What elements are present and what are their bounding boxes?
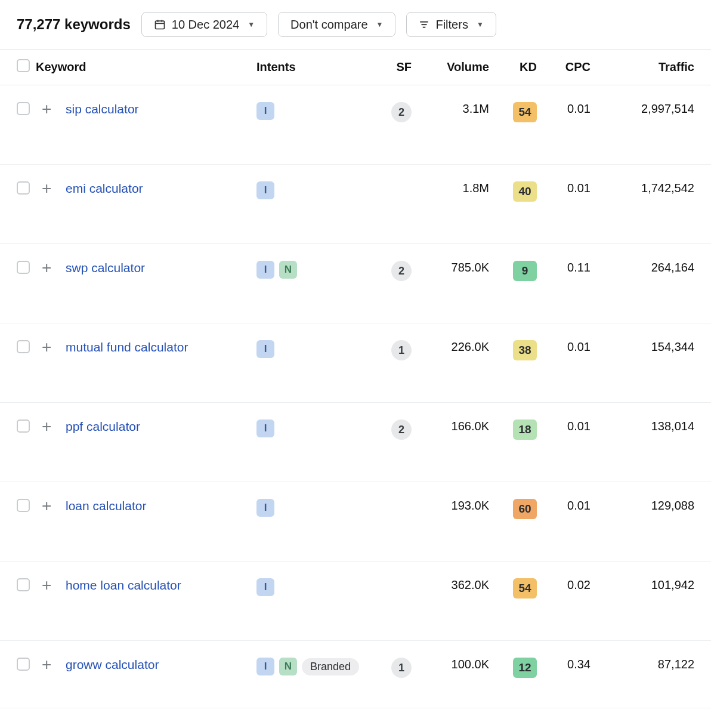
svg-rect-4 xyxy=(421,21,429,23)
row-checkbox[interactable] xyxy=(17,578,30,591)
table-row: +mutual fund calculatorI1226.0K380.01154… xyxy=(0,323,711,403)
kd-badge: 38 xyxy=(513,340,537,360)
keyword-count-title: 77,277 keywords xyxy=(17,16,131,33)
row-checkbox[interactable] xyxy=(17,340,30,353)
col-keyword[interactable]: Keyword xyxy=(36,50,251,85)
table-row: +sip calculatorI23.1M540.012,997,514 xyxy=(0,85,711,165)
table-row: +emi calculatorI1.8M400.011,742,542 xyxy=(0,165,711,244)
expand-icon[interactable]: + xyxy=(42,660,51,670)
volume-cell: 226.0K xyxy=(418,323,495,403)
col-cpc[interactable]: CPC xyxy=(543,50,596,85)
table-header-row: Keyword Intents SF Volume KD CPC Traffic xyxy=(0,50,711,85)
cpc-cell: 0.01 xyxy=(543,482,596,562)
table-row: +loan calculatorI193.0K600.01129,088 xyxy=(0,482,711,562)
keyword-link[interactable]: ppf calculator xyxy=(66,419,140,433)
kd-badge: 54 xyxy=(513,102,537,122)
kd-badge: 18 xyxy=(513,419,537,440)
cpc-cell: 0.01 xyxy=(543,165,596,244)
chevron-down-icon: ▼ xyxy=(248,21,255,28)
expand-icon[interactable]: + xyxy=(42,422,51,432)
col-volume[interactable]: Volume xyxy=(418,50,495,85)
traffic-cell: 154,344 xyxy=(596,323,711,403)
row-checkbox[interactable] xyxy=(17,658,30,671)
traffic-cell: 138,014 xyxy=(596,403,711,482)
toolbar: 77,277 keywords 10 Dec 2024 ▼ Don't comp… xyxy=(0,0,711,49)
expand-icon[interactable]: + xyxy=(42,104,51,115)
intent-badges: I xyxy=(256,102,370,120)
sf-badge: 2 xyxy=(391,102,412,122)
row-checkbox[interactable] xyxy=(17,499,30,512)
filter-icon xyxy=(419,19,429,30)
intent-badges: IN xyxy=(256,261,370,279)
svg-rect-6 xyxy=(423,27,426,28)
col-kd[interactable]: KD xyxy=(495,50,543,85)
intent-badge: N xyxy=(279,658,297,675)
table-row: +ppf calculatorI2166.0K180.01138,014 xyxy=(0,403,711,482)
intent-badges: I xyxy=(256,340,370,358)
keyword-link[interactable]: sip calculator xyxy=(66,102,139,116)
cpc-cell: 0.02 xyxy=(543,562,596,641)
intent-badge: I xyxy=(256,658,274,675)
table-row: +swp calculatorIN2785.0K90.11264,164 xyxy=(0,244,711,323)
cpc-cell: 0.11 xyxy=(543,244,596,323)
keyword-link[interactable]: mutual fund calculator xyxy=(66,340,188,354)
expand-icon[interactable]: + xyxy=(42,263,51,273)
intent-badge: I xyxy=(256,578,274,596)
keyword-link[interactable]: loan calculator xyxy=(66,499,146,513)
date-picker-button[interactable]: 10 Dec 2024 ▼ xyxy=(141,12,267,37)
sf-badge: 2 xyxy=(391,261,412,281)
keyword-link[interactable]: home loan calculator xyxy=(66,578,181,592)
intent-badge: I xyxy=(256,261,274,279)
volume-cell: 193.0K xyxy=(418,482,495,562)
expand-icon[interactable]: + xyxy=(42,581,51,591)
intent-badge: I xyxy=(256,102,274,120)
intent-badge: N xyxy=(279,261,297,279)
compare-button[interactable]: Don't compare ▼ xyxy=(278,12,395,37)
volume-cell: 362.0K xyxy=(418,562,495,641)
kd-badge: 54 xyxy=(513,578,537,599)
col-intents[interactable]: Intents xyxy=(251,50,376,85)
cpc-cell: 0.34 xyxy=(543,641,596,708)
expand-icon[interactable]: + xyxy=(42,343,51,353)
row-checkbox[interactable] xyxy=(17,261,30,274)
expand-icon[interactable]: + xyxy=(42,501,51,511)
select-all-checkbox[interactable] xyxy=(17,59,30,72)
row-checkbox[interactable] xyxy=(17,102,30,115)
intent-badge: I xyxy=(256,181,274,199)
keyword-link[interactable]: swp calculator xyxy=(66,261,145,274)
volume-cell: 3.1M xyxy=(418,85,495,165)
traffic-cell: 101,942 xyxy=(596,562,711,641)
table-row: +home loan calculatorI362.0K540.02101,94… xyxy=(0,562,711,641)
traffic-cell: 87,122 xyxy=(596,641,711,708)
expand-icon[interactable]: + xyxy=(42,184,51,194)
col-sf[interactable]: SF xyxy=(376,50,418,85)
intent-badges: I xyxy=(256,181,370,199)
traffic-cell: 2,997,514 xyxy=(596,85,711,165)
intent-badges: INBranded xyxy=(256,658,370,675)
traffic-cell: 1,742,542 xyxy=(596,165,711,244)
keyword-link[interactable]: groww calculator xyxy=(66,658,159,671)
svg-rect-5 xyxy=(422,24,427,25)
intent-badge: I xyxy=(256,419,274,437)
cpc-cell: 0.01 xyxy=(543,85,596,165)
keyword-link[interactable]: emi calculator xyxy=(66,181,143,195)
cpc-cell: 0.01 xyxy=(543,403,596,482)
kd-badge: 12 xyxy=(513,658,537,678)
filters-label: Filters xyxy=(435,18,468,30)
cpc-cell: 0.01 xyxy=(543,323,596,403)
col-traffic[interactable]: Traffic xyxy=(596,50,711,85)
filters-button[interactable]: Filters ▼ xyxy=(406,12,496,37)
intent-badge: I xyxy=(256,340,274,358)
sf-badge: 1 xyxy=(391,340,412,360)
kd-badge: 40 xyxy=(513,181,537,202)
kd-badge: 9 xyxy=(513,261,537,281)
date-picker-label: 10 Dec 2024 xyxy=(172,18,239,30)
traffic-cell: 129,088 xyxy=(596,482,711,562)
keywords-table: Keyword Intents SF Volume KD CPC Traffic… xyxy=(0,49,711,708)
volume-cell: 100.0K xyxy=(418,641,495,708)
chevron-down-icon: ▼ xyxy=(477,21,484,28)
intent-badges: I xyxy=(256,419,370,437)
volume-cell: 1.8M xyxy=(418,165,495,244)
row-checkbox[interactable] xyxy=(17,419,30,433)
row-checkbox[interactable] xyxy=(17,181,30,195)
